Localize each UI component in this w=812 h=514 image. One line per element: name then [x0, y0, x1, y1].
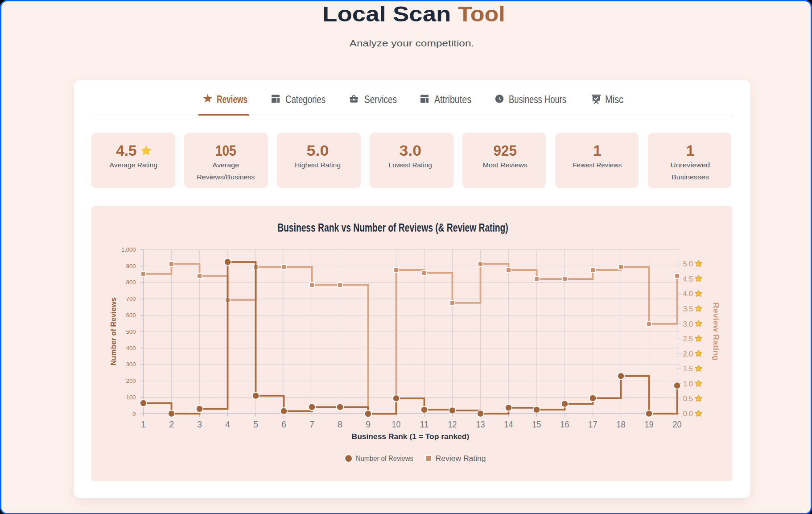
svg-text:Businesses: Businesses [672, 173, 709, 181]
svg-text:Reviews/Business: Reviews/Business [197, 173, 255, 181]
svg-text:200: 200 [126, 377, 136, 384]
svg-text:17: 17 [589, 419, 598, 429]
svg-text:Most Reviews: Most Reviews [483, 161, 528, 169]
svg-text:5: 5 [253, 419, 258, 429]
svg-text:5.0: 5.0 [683, 260, 693, 268]
svg-text:5.0: 5.0 [307, 142, 329, 159]
svg-text:3: 3 [197, 419, 202, 429]
svg-text:Business Rank vs Number of Rev: Business Rank vs Number of Reviews (& Re… [277, 221, 508, 234]
svg-text:600: 600 [126, 312, 136, 319]
svg-text:Categories: Categories [285, 93, 326, 105]
svg-text:1.0: 1.0 [683, 380, 693, 388]
svg-text:15: 15 [532, 419, 541, 429]
svg-text:Misc: Misc [605, 93, 623, 105]
svg-text:3.5: 3.5 [683, 305, 693, 313]
svg-text:4: 4 [225, 419, 230, 429]
svg-text:0: 0 [132, 410, 136, 417]
svg-text:14: 14 [504, 419, 513, 429]
svg-text:1: 1 [593, 142, 601, 159]
svg-text:4.5: 4.5 [116, 142, 136, 159]
svg-text:7: 7 [309, 419, 314, 429]
svg-text:Services: Services [364, 93, 397, 105]
svg-text:Review Rating: Review Rating [712, 303, 720, 361]
svg-text:1: 1 [141, 419, 146, 429]
svg-text:Tool: Tool [458, 2, 505, 26]
svg-text:Average: Average [212, 161, 239, 169]
svg-text:700: 700 [126, 295, 136, 302]
svg-text:0.5: 0.5 [683, 395, 693, 402]
svg-text:1: 1 [686, 142, 694, 159]
svg-text:Average Rating: Average Rating [110, 161, 157, 169]
svg-text:2.5: 2.5 [683, 335, 693, 343]
svg-text:20: 20 [673, 419, 682, 429]
svg-text:Number of Reviews: Number of Reviews [109, 298, 118, 365]
svg-text:1.5: 1.5 [683, 365, 693, 373]
svg-text:16: 16 [561, 419, 569, 429]
svg-text:900: 900 [126, 263, 136, 269]
svg-text:Local Scan: Local Scan [322, 2, 451, 26]
svg-text:4.0: 4.0 [683, 290, 693, 298]
svg-text:10: 10 [392, 419, 401, 429]
svg-text:925: 925 [494, 142, 517, 159]
svg-text:4.5: 4.5 [683, 275, 693, 283]
svg-text:3.0: 3.0 [400, 142, 421, 159]
svg-text:8: 8 [338, 419, 342, 429]
svg-text:9: 9 [366, 419, 371, 429]
svg-text:18: 18 [617, 419, 626, 429]
svg-text:Lowest Rating: Lowest Rating [389, 161, 432, 169]
svg-text:300: 300 [126, 361, 136, 368]
svg-text:Business Rank (1 = Top ranked): Business Rank (1 = Top ranked) [352, 432, 470, 441]
svg-text:400: 400 [126, 345, 136, 352]
svg-text:100: 100 [126, 394, 136, 401]
svg-text:11: 11 [420, 419, 429, 429]
svg-text:Review Rating: Review Rating [436, 454, 486, 463]
svg-text:Business Hours: Business Hours [509, 93, 566, 105]
svg-text:800: 800 [126, 279, 136, 286]
svg-text:3.0: 3.0 [683, 320, 693, 328]
svg-text:Number of Reviews: Number of Reviews [356, 454, 413, 463]
svg-text:Highest Rating: Highest Rating [295, 161, 341, 169]
svg-text:1,000: 1,000 [121, 246, 136, 253]
svg-text:500: 500 [126, 328, 136, 335]
svg-text:2.0: 2.0 [683, 350, 693, 358]
svg-text:Reviews: Reviews [217, 93, 247, 105]
svg-text:Unreviewed: Unreviewed [671, 161, 710, 169]
svg-text:13: 13 [476, 419, 485, 429]
svg-text:2: 2 [169, 419, 174, 429]
svg-text:19: 19 [645, 419, 654, 429]
svg-text:12: 12 [448, 419, 457, 429]
svg-text:105: 105 [215, 142, 236, 159]
svg-text:6: 6 [281, 419, 286, 429]
svg-text:Analyze your competition.: Analyze your competition. [350, 38, 474, 48]
svg-text:Attributes: Attributes [434, 93, 471, 105]
svg-text:Fewest Reviews: Fewest Reviews [573, 161, 622, 169]
svg-text:0.0: 0.0 [683, 410, 693, 418]
